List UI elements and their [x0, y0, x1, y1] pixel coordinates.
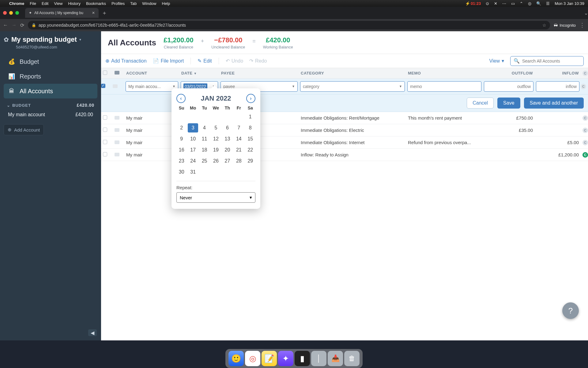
status-icon-1[interactable]: ✕ [494, 1, 497, 6]
category-select[interactable]: ▼ [300, 81, 405, 92]
calendar-day[interactable]: 29 [245, 156, 255, 166]
add-transaction-button[interactable]: ⊕Add Transaction [105, 58, 147, 64]
outflow-input-wrap[interactable] [484, 81, 533, 92]
sidebar-account-item[interactable]: My main account £420.00 [4, 109, 97, 120]
calendar-day[interactable]: 26 [211, 156, 221, 166]
calendar-day[interactable]: 18 [199, 145, 209, 155]
search-input[interactable] [522, 59, 580, 63]
row-checkbox[interactable] [101, 115, 113, 121]
cancel-button[interactable]: Cancel [467, 98, 494, 109]
menu-edit[interactable]: Edit [42, 1, 48, 6]
search-box[interactable]: 🔍 [510, 56, 584, 66]
browser-menu-icon[interactable]: ⋮ [579, 22, 585, 29]
dock-downloads-icon[interactable]: 📥 [328, 351, 343, 366]
menu-bookmarks[interactable]: Bookmarks [86, 1, 106, 6]
calendar-day[interactable]: 23 [176, 156, 187, 166]
window-close-button[interactable] [3, 11, 7, 15]
search-menubar-icon[interactable]: 🔍 [536, 1, 541, 6]
status-icon-2[interactable]: ⋯ [502, 1, 506, 6]
address-bar[interactable]: 🔒 app.youneedabudget.com/fe67162b-e665-4… [28, 21, 550, 29]
select-all-checkbox[interactable] [101, 71, 113, 76]
calendar-day[interactable]: 17 [188, 145, 198, 155]
calendar-day[interactable]: 30 [176, 167, 187, 177]
new-tab-button[interactable]: ＋ [102, 9, 107, 17]
memo-input[interactable] [410, 84, 479, 89]
cleared-column-header[interactable]: C [581, 71, 588, 76]
budget-switcher[interactable]: ✿ My spending budget ▾ [4, 36, 97, 44]
calendar-day[interactable]: 21 [234, 145, 244, 155]
calendar-day[interactable]: 7 [234, 123, 244, 132]
calendar-day[interactable]: 22 [245, 145, 255, 155]
nav-back-icon[interactable]: ← [3, 22, 8, 28]
row-checkbox[interactable] [101, 140, 113, 145]
dropbox-icon[interactable]: ⊙ [486, 1, 489, 6]
memo-column-header[interactable]: MEMO [406, 71, 483, 75]
dock-trash-icon[interactable]: 🗑 [344, 351, 360, 366]
calendar-day[interactable]: 12 [211, 134, 221, 144]
flag-column-header[interactable] [113, 71, 124, 75]
calendar-day[interactable]: 25 [199, 156, 209, 166]
outflow-column-header[interactable]: OUTFLOW [483, 71, 535, 75]
row-cleared[interactable]: C [581, 127, 588, 133]
view-dropdown[interactable]: View ▾ [489, 58, 504, 64]
sidebar-item-reports[interactable]: 📊 Reports [4, 69, 97, 84]
calendar-day[interactable]: 20 [222, 145, 232, 155]
inflow-input[interactable] [539, 84, 577, 89]
inflow-column-header[interactable]: INFLOW [535, 71, 581, 75]
inflow-input-wrap[interactable] [536, 81, 579, 92]
edit-row-flag[interactable] [113, 84, 124, 89]
battery-icon[interactable]: ▭ [511, 1, 515, 6]
row-cleared[interactable]: C [581, 152, 588, 158]
tabs-overflow-icon[interactable]: ⌄ [584, 10, 588, 16]
calendar-day[interactable]: 10 [188, 134, 198, 144]
row-flag[interactable] [113, 128, 124, 133]
dock-finder-icon[interactable]: 🙂 [228, 351, 244, 366]
file-import-button[interactable]: 📄File Import [153, 58, 184, 64]
browser-tab[interactable]: ✦ All Accounts | My spending bu ✕ [25, 8, 99, 18]
category-input[interactable] [303, 84, 399, 89]
menu-view[interactable]: View [54, 1, 62, 6]
account-select[interactable]: My main accou...▼ [126, 81, 178, 92]
spotlight-icon[interactable]: ◎ [528, 1, 531, 6]
category-column-header[interactable]: CATEGORY [299, 71, 406, 75]
repeat-select[interactable]: Never ▾ [176, 192, 255, 203]
calendar-day[interactable]: 28 [234, 156, 244, 166]
add-account-button[interactable]: ⊕ Add Account [4, 124, 44, 135]
dock-app1-icon[interactable]: ✦ [278, 351, 293, 366]
dock-terminal-icon[interactable]: ▮ [295, 351, 310, 366]
battery-status-icon[interactable]: ⚡01:23 [465, 1, 481, 6]
calendar-day[interactable]: 6 [222, 123, 232, 132]
window-maximize-button[interactable] [15, 11, 19, 15]
sidebar-item-budget[interactable]: 💰 Budget [4, 54, 97, 69]
menu-tab[interactable]: Tab [130, 1, 137, 6]
calendar-day[interactable]: 31 [188, 167, 198, 177]
prev-month-button[interactable]: ‹ [176, 94, 186, 103]
calendar-day[interactable]: 4 [199, 123, 209, 132]
calendar-day[interactable]: 1 [245, 112, 255, 121]
calendar-day[interactable]: 5 [211, 123, 221, 132]
bookmark-star-icon[interactable]: ☆ [542, 23, 546, 28]
row-flag[interactable] [113, 152, 124, 157]
calendar-day[interactable]: 15 [245, 134, 255, 144]
calendar-day[interactable]: 19 [211, 145, 221, 155]
menubar-clock[interactable]: Mon 3 Jan 10:39 [555, 1, 584, 6]
row-checkbox[interactable] [101, 128, 113, 133]
row-flag[interactable] [113, 115, 124, 121]
save-button[interactable]: Save [497, 98, 520, 109]
sidebar-section-budget[interactable]: ⌄ BUDGET £420.00 [4, 103, 97, 108]
calendar-day[interactable]: 27 [222, 156, 232, 166]
memo-input-wrap[interactable] [407, 81, 481, 92]
calendar-day[interactable]: 14 [234, 134, 244, 144]
nav-reload-icon[interactable]: ⟳ [20, 22, 24, 28]
dock-chrome-icon[interactable]: ◎ [245, 351, 260, 366]
outflow-input[interactable] [487, 84, 531, 89]
row-cleared[interactable]: C [581, 115, 588, 121]
row-flag[interactable] [113, 140, 124, 145]
calendar-day[interactable]: 13 [222, 134, 232, 144]
collapse-sidebar-button[interactable]: ◀ [88, 329, 97, 336]
calendar-day[interactable]: 3 [188, 123, 198, 132]
calendar-day[interactable]: 9 [176, 134, 187, 144]
dock-notes-icon[interactable]: 📝 [262, 351, 277, 366]
tab-close-icon[interactable]: ✕ [92, 11, 95, 15]
edit-button[interactable]: ✎Edit [198, 58, 212, 64]
